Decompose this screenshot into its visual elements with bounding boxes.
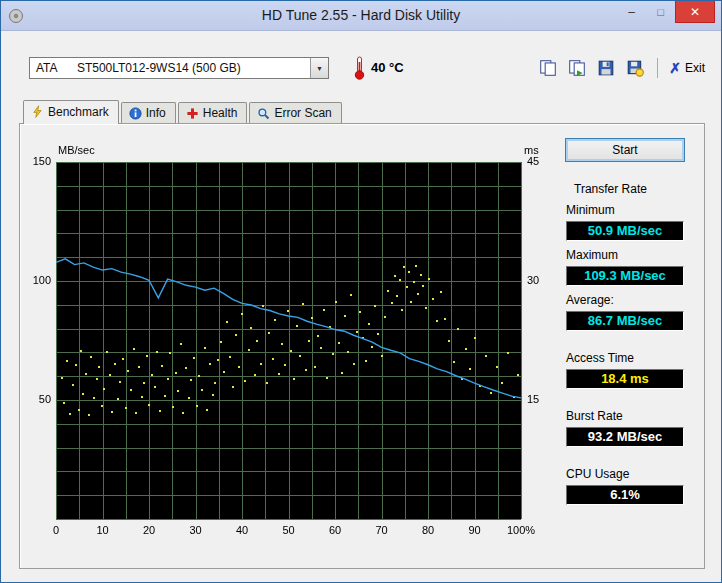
tab-error-scan[interactable]: Error Scan — [249, 102, 341, 123]
maximum-label: Maximum — [566, 248, 696, 262]
save-text-icon[interactable] — [595, 57, 617, 79]
cpu-usage-title: CPU Usage — [566, 467, 696, 481]
tab-benchmark[interactable]: Benchmark — [23, 100, 119, 124]
save-image-icon[interactable] — [624, 57, 646, 79]
tab-health[interactable]: Health — [178, 102, 248, 123]
access-time-title: Access Time — [566, 351, 696, 365]
app-window: HD Tune 2.55 - Hard Disk Utility – □ ✕ A… — [0, 0, 722, 583]
tab-info[interactable]: Info — [121, 102, 176, 123]
lightning-icon — [31, 105, 44, 118]
chevron-down-icon[interactable]: ▼ — [310, 58, 328, 78]
burst-rate-value: 93.2 MB/sec — [566, 427, 684, 447]
close-button[interactable]: ✕ — [675, 1, 715, 23]
start-button[interactable]: Start — [565, 138, 685, 162]
benchmark-panel: Start Transfer Rate Minimum 50.9 MB/sec … — [19, 123, 705, 569]
results-column: Start Transfer Rate Minimum 50.9 MB/sec … — [564, 138, 696, 505]
tab-benchmark-label: Benchmark — [48, 105, 109, 119]
tab-health-label: Health — [203, 106, 238, 120]
copy-image-icon[interactable] — [566, 57, 588, 79]
window-title: HD Tune 2.55 - Hard Disk Utility — [1, 7, 721, 23]
benchmark-chart — [28, 136, 548, 548]
minimum-label: Minimum — [566, 203, 696, 217]
exit-button[interactable]: ✗ Exit — [669, 61, 705, 75]
burst-rate-title: Burst Rate — [566, 409, 696, 423]
transfer-rate-title: Transfer Rate — [574, 182, 696, 196]
tab-error-scan-label: Error Scan — [274, 106, 331, 120]
health-cross-icon — [186, 107, 199, 120]
maximize-button[interactable]: □ — [646, 1, 675, 23]
drive-select[interactable]: ATA ST500LT012-9WS14 (500 GB) ▼ — [29, 57, 329, 79]
tab-info-label: Info — [146, 106, 166, 120]
temperature-readout: 40 °C — [371, 60, 404, 75]
info-icon — [129, 107, 142, 120]
minimum-value: 50.9 MB/sec — [566, 221, 684, 241]
window-controls: – □ ✕ — [617, 1, 715, 23]
copy-text-icon[interactable] — [537, 57, 559, 79]
cpu-usage-value: 6.1% — [566, 485, 684, 505]
exit-label: Exit — [685, 61, 705, 75]
tab-bar: Benchmark Info Health Error Scan — [23, 100, 344, 123]
drive-select-value: ATA ST500LT012-9WS14 (500 GB) — [30, 61, 310, 75]
exit-x-icon: ✗ — [669, 61, 681, 75]
toolbar-separator — [657, 58, 658, 78]
magnifier-icon — [257, 107, 270, 120]
maximum-value: 109.3 MB/sec — [566, 266, 684, 286]
toolbar-buttons: ✗ Exit — [537, 57, 705, 79]
titlebar: HD Tune 2.55 - Hard Disk Utility – □ ✕ — [1, 1, 721, 31]
toolbar: ATA ST500LT012-9WS14 (500 GB) ▼ 40 °C — [1, 32, 721, 98]
thermometer-icon — [353, 55, 366, 81]
average-label: Average: — [566, 293, 696, 307]
average-value: 86.7 MB/sec — [566, 311, 684, 331]
access-time-value: 18.4 ms — [566, 369, 684, 389]
minimize-button[interactable]: – — [617, 1, 646, 23]
